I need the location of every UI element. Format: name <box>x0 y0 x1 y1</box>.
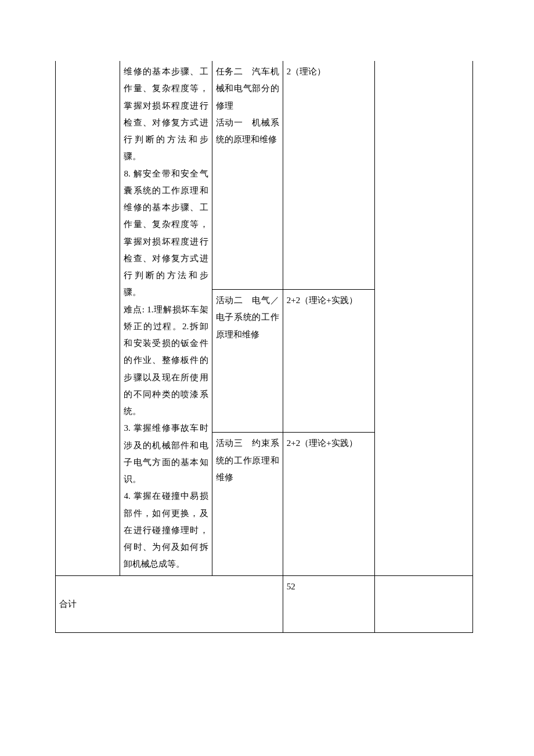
table-row-total: 合计 52 <box>56 575 473 632</box>
cell-task: 活动三 约束系统的工作原理和维修 <box>212 433 283 575</box>
cell-task: 任务二 汽车机械和电气部分的修理 活动一 机械系统的原理和维修 <box>212 61 283 290</box>
cell-hours: 2+2（理论+实践） <box>283 290 374 433</box>
cell-task: 活动二 电气／电子系统的工作原理和维修 <box>212 290 283 433</box>
cell-hours: 2+2（理论+实践） <box>283 433 374 575</box>
cell-total-label: 合计 <box>56 575 283 632</box>
cell-total-empty <box>375 575 473 632</box>
cell-hours: 2（理论） <box>283 61 374 290</box>
cell-col1 <box>56 61 120 575</box>
table-row: 维修的基本步骤、工作量、复杂程度等，掌握对损坏程度进行检查、对修复方式进行判断的… <box>56 61 473 290</box>
cell-objectives: 维修的基本步骤、工作量、复杂程度等，掌握对损坏程度进行检查、对修复方式进行判断的… <box>120 61 212 575</box>
cell-col5 <box>375 61 473 575</box>
cell-total-value: 52 <box>283 575 374 632</box>
syllabus-table: 维修的基本步骤、工作量、复杂程度等，掌握对损坏程度进行检查、对修复方式进行判断的… <box>55 61 473 633</box>
